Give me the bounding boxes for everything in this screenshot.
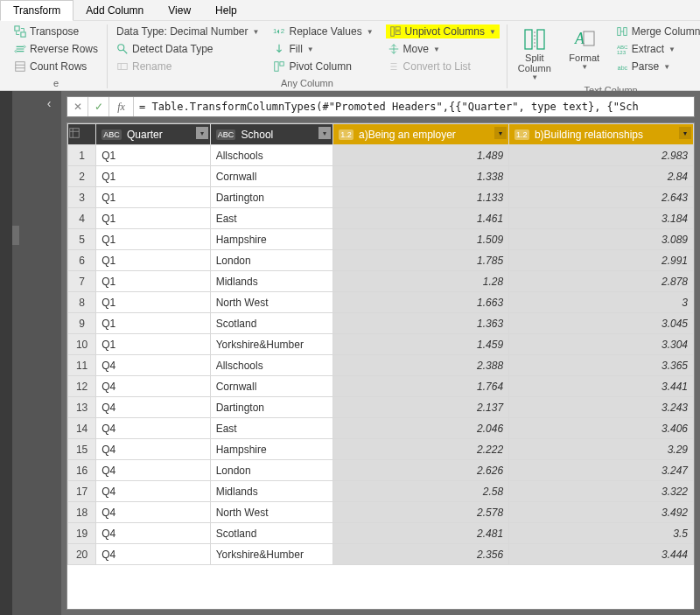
data-cell[interactable]: 2.356 bbox=[333, 544, 509, 565]
table-row[interactable]: 18Q4North West2.5783.492 bbox=[68, 502, 694, 523]
format-button[interactable]: A Format ▼ bbox=[565, 24, 604, 83]
data-cell[interactable]: North West bbox=[210, 502, 333, 523]
table-row[interactable]: 1Q1Allschools1.4892.983 bbox=[68, 145, 694, 166]
data-cell[interactable]: 2.84 bbox=[509, 166, 694, 187]
table-row[interactable]: 20Q4Yorkshire&Humber2.3563.444 bbox=[68, 544, 694, 565]
data-cell[interactable]: 1.785 bbox=[333, 250, 509, 271]
data-cell[interactable]: 3.184 bbox=[509, 208, 694, 229]
row-number-cell[interactable]: 12 bbox=[68, 376, 96, 397]
fill-dropdown[interactable]: Fill ▼ bbox=[271, 42, 374, 56]
data-cell[interactable]: 2.137 bbox=[333, 397, 509, 418]
data-cell[interactable]: Hampshire bbox=[210, 229, 333, 250]
data-cell[interactable]: Allschools bbox=[210, 145, 333, 166]
filter-button[interactable]: ▾ bbox=[679, 127, 691, 139]
filter-button[interactable]: ▾ bbox=[494, 127, 507, 139]
data-cell[interactable]: 1.338 bbox=[333, 166, 509, 187]
data-cell[interactable]: 3.406 bbox=[509, 418, 694, 439]
data-cell[interactable]: 1.764 bbox=[333, 376, 509, 397]
data-cell[interactable]: 1.461 bbox=[333, 208, 509, 229]
count-rows-button[interactable]: Count Rows bbox=[12, 59, 100, 73]
data-cell[interactable]: East bbox=[210, 208, 333, 229]
data-cell[interactable]: 1.509 bbox=[333, 229, 509, 250]
data-cell[interactable]: 2.58 bbox=[333, 481, 509, 502]
data-cell[interactable]: East bbox=[210, 418, 333, 439]
data-cell[interactable]: 2.991 bbox=[509, 250, 694, 271]
data-cell[interactable]: Allschools bbox=[210, 355, 333, 376]
data-cell[interactable]: Yorkshire&Humber bbox=[210, 334, 333, 355]
table-row[interactable]: 2Q1Cornwall1.3382.84 bbox=[68, 166, 694, 187]
table-row[interactable]: 12Q4Cornwall1.7643.441 bbox=[68, 376, 694, 397]
data-cell[interactable]: Cornwall bbox=[210, 376, 333, 397]
row-number-cell[interactable]: 7 bbox=[68, 271, 96, 292]
row-number-cell[interactable]: 13 bbox=[68, 397, 96, 418]
formula-confirm-button[interactable]: ✓ bbox=[88, 97, 109, 116]
data-cell[interactable]: Q4 bbox=[96, 418, 211, 439]
data-cell[interactable]: 3.247 bbox=[509, 460, 694, 481]
convert-to-list-button[interactable]: Convert to List bbox=[386, 59, 500, 73]
data-cell[interactable]: Q4 bbox=[96, 397, 211, 418]
data-cell[interactable]: Q1 bbox=[96, 187, 211, 208]
row-number-cell[interactable]: 19 bbox=[68, 523, 96, 544]
column-header-building-relationships[interactable]: 1.2 b)Building relationships ▾ bbox=[509, 124, 694, 145]
data-cell[interactable]: Hampshire bbox=[210, 439, 333, 460]
data-cell[interactable]: 3.492 bbox=[509, 502, 694, 523]
row-number-cell[interactable]: 20 bbox=[68, 544, 96, 565]
data-cell[interactable]: North West bbox=[210, 292, 333, 313]
table-row[interactable]: 10Q1Yorkshire&Humber1.4593.304 bbox=[68, 334, 694, 355]
rename-button[interactable]: Rename bbox=[115, 59, 261, 73]
data-cell[interactable]: 2.222 bbox=[333, 439, 509, 460]
row-number-cell[interactable]: 3 bbox=[68, 187, 96, 208]
formula-cancel-button[interactable]: ✕ bbox=[67, 97, 88, 116]
row-number-cell[interactable]: 11 bbox=[68, 355, 96, 376]
row-number-cell[interactable]: 8 bbox=[68, 292, 96, 313]
row-number-cell[interactable]: 6 bbox=[68, 250, 96, 271]
data-cell[interactable]: 3.29 bbox=[509, 439, 694, 460]
data-cell[interactable]: Yorkshire&Humber bbox=[210, 544, 333, 565]
row-number-cell[interactable]: 9 bbox=[68, 313, 96, 334]
data-cell[interactable]: Scotland bbox=[210, 313, 333, 334]
data-cell[interactable]: 3 bbox=[509, 292, 694, 313]
data-cell[interactable]: Q4 bbox=[96, 355, 211, 376]
data-cell[interactable]: 2.046 bbox=[333, 418, 509, 439]
row-number-cell[interactable]: 14 bbox=[68, 418, 96, 439]
row-number-cell[interactable]: 16 bbox=[68, 460, 96, 481]
filter-button[interactable]: ▾ bbox=[318, 127, 331, 139]
data-cell[interactable]: 2.983 bbox=[509, 145, 694, 166]
data-cell[interactable]: London bbox=[210, 460, 333, 481]
reverse-rows-button[interactable]: Reverse Rows bbox=[12, 42, 100, 56]
row-number-cell[interactable]: 5 bbox=[68, 229, 96, 250]
data-cell[interactable]: Q4 bbox=[96, 439, 211, 460]
transpose-button[interactable]: Transpose bbox=[12, 24, 100, 38]
detect-data-type-button[interactable]: Detect Data Type bbox=[115, 42, 261, 56]
data-cell[interactable]: 3.444 bbox=[509, 544, 694, 565]
table-row[interactable]: 6Q1London1.7852.991 bbox=[68, 250, 694, 271]
row-number-cell[interactable]: 2 bbox=[68, 166, 96, 187]
table-row[interactable]: 5Q1Hampshire1.5093.089 bbox=[68, 229, 694, 250]
column-header-being-employer[interactable]: 1.2 a)Being an employer ▾ bbox=[333, 124, 509, 145]
data-type-dropdown[interactable]: Data Type: Decimal Number ▼ bbox=[115, 24, 261, 38]
data-cell[interactable]: Cornwall bbox=[210, 166, 333, 187]
data-cell[interactable]: Q4 bbox=[96, 523, 211, 544]
data-cell[interactable]: 3.243 bbox=[509, 397, 694, 418]
data-cell[interactable]: 3.304 bbox=[509, 334, 694, 355]
data-cell[interactable]: 3.5 bbox=[509, 523, 694, 544]
data-cell[interactable]: 3.365 bbox=[509, 355, 694, 376]
data-cell[interactable]: Midlands bbox=[210, 271, 333, 292]
table-row[interactable]: 17Q4Midlands2.583.322 bbox=[68, 481, 694, 502]
data-cell[interactable]: 1.459 bbox=[333, 334, 509, 355]
data-cell[interactable]: Q4 bbox=[96, 460, 211, 481]
parse-dropdown[interactable]: abc Parse ▼ bbox=[614, 59, 700, 73]
data-cell[interactable]: 1.489 bbox=[333, 145, 509, 166]
table-row[interactable]: 9Q1Scotland1.3633.045 bbox=[68, 313, 694, 334]
data-cell[interactable]: Q1 bbox=[96, 292, 211, 313]
data-cell[interactable]: Q1 bbox=[96, 208, 211, 229]
data-cell[interactable]: Q1 bbox=[96, 250, 211, 271]
table-row[interactable]: 19Q4Scotland2.4813.5 bbox=[68, 523, 694, 544]
table-row[interactable]: 13Q4Dartington2.1373.243 bbox=[68, 397, 694, 418]
replace-values-button[interactable]: 12 Replace Values ▼ bbox=[271, 24, 374, 38]
table-row[interactable]: 11Q4Allschools2.3883.365 bbox=[68, 355, 694, 376]
column-header-quarter[interactable]: ABC Quarter ▾ bbox=[96, 124, 211, 145]
menu-help[interactable]: Help bbox=[203, 1, 249, 20]
extract-dropdown[interactable]: ABC123 Extract ▼ bbox=[614, 42, 700, 56]
row-number-cell[interactable]: 17 bbox=[68, 481, 96, 502]
